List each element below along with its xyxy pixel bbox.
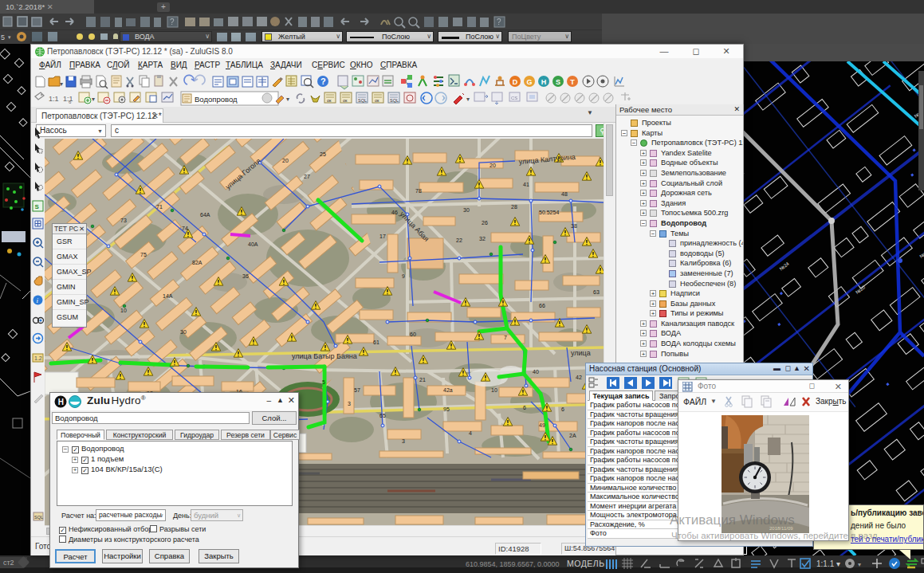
svg-text:SQL: SQL xyxy=(34,515,43,520)
svg-text:ок: ок xyxy=(343,98,348,103)
svg-text:ок: ок xyxy=(375,98,379,103)
svg-text:H: H xyxy=(541,78,547,86)
svg-text:?: ? xyxy=(170,18,175,26)
svg-text:▾: ▾ xyxy=(92,96,95,103)
svg-text:SQL: SQL xyxy=(390,98,399,103)
svg-text:D: D xyxy=(513,78,518,86)
svg-text:▾: ▾ xyxy=(466,96,470,103)
svg-text:SQL: SQL xyxy=(358,98,367,103)
svg-text:5: 5 xyxy=(1,33,5,41)
svg-text:1:1: 1:1 xyxy=(49,95,59,103)
svg-text:CS: CS xyxy=(511,96,517,100)
svg-text:▾: ▾ xyxy=(858,561,861,568)
svg-text:T: T xyxy=(570,78,575,86)
svg-text:G: G xyxy=(526,78,532,86)
svg-text:1:1.1 ▾: 1:1.1 ▾ xyxy=(816,559,840,568)
svg-text:1.2: 1.2 xyxy=(34,355,42,361)
svg-text:ок: ок xyxy=(327,98,332,103)
svg-text:?: ? xyxy=(320,77,326,86)
svg-text:?: ? xyxy=(497,18,501,26)
svg-text:▾: ▾ xyxy=(286,96,289,103)
svg-text:Водопровод: Водопровод xyxy=(195,95,238,104)
svg-text:S: S xyxy=(556,78,560,86)
svg-text:S: S xyxy=(35,203,40,210)
svg-text:▾: ▾ xyxy=(60,80,63,88)
svg-text:H: H xyxy=(58,398,64,406)
svg-text:▾: ▾ xyxy=(8,34,11,40)
